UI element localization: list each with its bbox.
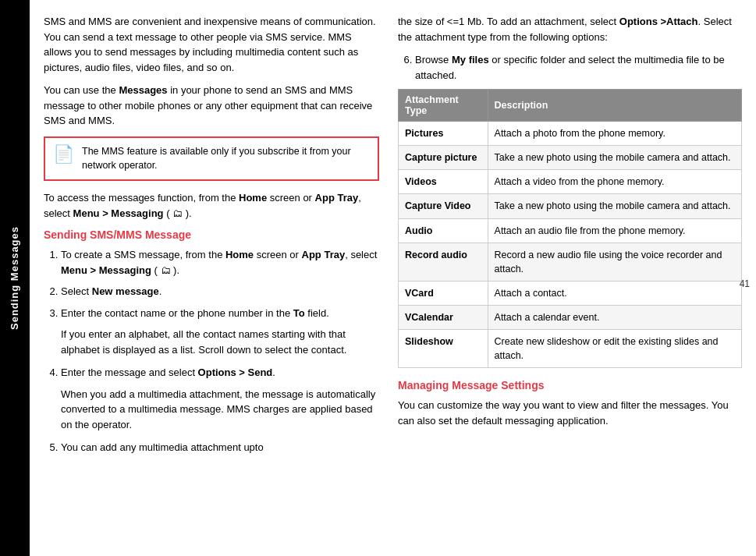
table-row: VCalendarAttach a calendar event. <box>399 306 742 330</box>
table-cell-desc: Record a new audio file using the voice … <box>488 243 741 281</box>
sidebar: Sending Messages <box>0 0 30 556</box>
step-3: Enter the contact name or the phone numb… <box>61 306 379 358</box>
steps-list: To create a SMS message, from the Home s… <box>44 247 379 455</box>
table-header-type: Attachment Type <box>399 90 488 122</box>
table-row: PicturesAttach a photo from the phone me… <box>399 122 742 146</box>
table-cell-type: Audio <box>399 218 488 243</box>
step-6-list: Browse My files or specific folder and s… <box>398 52 742 83</box>
step-4: Enter the message and select Options > S… <box>61 365 379 432</box>
table-cell-desc: Take a new photo using the mobile camera… <box>488 194 741 218</box>
table-row: Capture VideoTake a new photo using the … <box>399 194 742 218</box>
step-5: You can add any multimedia attachment up… <box>61 440 379 455</box>
messages-bold: Messages <box>119 84 167 96</box>
notice-box: 📄 The MMS feature is available only if y… <box>44 136 379 182</box>
managing-heading: Managing Message Settings <box>398 379 742 391</box>
table-row: SlideshowCreate new slideshow or edit th… <box>399 330 742 368</box>
table-cell-desc: Attach a calendar event. <box>488 306 741 330</box>
step-6: Browse My files or specific folder and s… <box>415 52 742 83</box>
left-column: SMS and MMS are convenient and inexpensi… <box>44 14 379 542</box>
step-4-subpara: When you add a multimedia attachment, th… <box>61 387 379 433</box>
intro-para-2: You can use the Messages in your phone t… <box>44 83 379 129</box>
table-cell-type: Capture Video <box>399 194 488 218</box>
table-row: Capture pictureTake a new photo using th… <box>399 146 742 170</box>
table-row: AudioAttach an audio file from the phone… <box>399 218 742 243</box>
my-files-bold: My files <box>452 54 489 66</box>
table-cell-desc: Attach a video from the phone memory. <box>488 170 741 194</box>
table-cell-type: Slideshow <box>399 330 488 368</box>
right-column: the size of <=1 Mb. To add an attachment… <box>398 14 742 542</box>
table-cell-desc: Attach an audio file from the phone memo… <box>488 218 741 243</box>
table-cell-desc: Take a new photo using the mobile camera… <box>488 146 741 170</box>
table-cell-type: Record audio <box>399 243 488 281</box>
table-row: Record audioRecord a new audio file usin… <box>399 243 742 281</box>
table-cell-type: VCalendar <box>399 306 488 330</box>
table-cell-type: VCard <box>399 281 488 305</box>
sidebar-label: Sending Messages <box>9 226 21 330</box>
intro-para-1: SMS and MMS are convenient and inexpensi… <box>44 14 379 75</box>
step-3-subpara: If you enter an alphabet, all the contac… <box>61 327 379 357</box>
managing-text: You can customize the way you want to vi… <box>398 398 742 428</box>
access-text: To access the messages function, from th… <box>44 190 379 221</box>
table-cell-desc: Attach a photo from the phone memory. <box>488 122 741 146</box>
table-cell-type: Videos <box>399 170 488 194</box>
attachment-table: Attachment Type Description PicturesAtta… <box>398 89 742 368</box>
page-number: 41 <box>740 278 750 289</box>
step-1: To create a SMS message, from the Home s… <box>61 247 379 278</box>
table-cell-type: Pictures <box>399 122 488 146</box>
table-cell-desc: Create new slideshow or edit the existin… <box>488 330 741 368</box>
sms-section-heading: Sending SMS/MMS Message <box>44 228 379 241</box>
table-row: VCardAttach a contact. <box>399 281 742 305</box>
table-cell-desc: Attach a contact. <box>488 281 741 305</box>
step-2: Select New message. <box>61 284 379 299</box>
table-header-desc: Description <box>488 90 741 122</box>
notice-text: The MMS feature is available only if you… <box>82 144 370 174</box>
table-cell-type: Capture picture <box>399 146 488 170</box>
cont-step5-text: the size of <=1 Mb. To add an attachment… <box>398 14 742 44</box>
notice-icon: 📄 <box>53 146 74 163</box>
table-row: VideosAttach a video from the phone memo… <box>399 170 742 194</box>
